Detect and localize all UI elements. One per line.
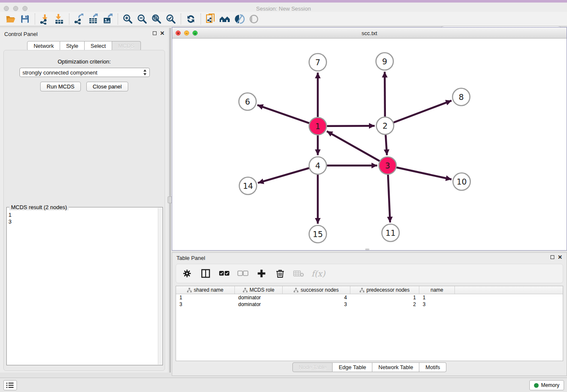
node-table[interactable]: shared nameMCDS rolesuccessor nodesprede… [176,286,563,361]
edge-3-1[interactable] [327,131,380,161]
hierarchy-icon [360,288,364,293]
mcds-result-values[interactable]: 13 [8,212,157,364]
edge-1-6[interactable] [257,105,309,123]
deselect-all-icon[interactable] [237,268,249,279]
memory-button[interactable]: Memory [529,380,564,390]
tab-edge-table[interactable]: Edge Table [333,362,372,372]
tab-network[interactable]: Network [27,41,60,51]
memory-status-icon [534,383,539,388]
function-builder-icon[interactable]: f(x) [311,269,325,278]
list-icon [6,382,14,388]
table-cell[interactable]: 1 [419,294,455,301]
column-header-successor-nodes[interactable]: successor nodes [283,286,350,294]
export-table-icon[interactable] [86,13,101,25]
criterion-select[interactable]: strongly connected component [19,68,150,77]
table-cell[interactable]: 1 [350,294,419,301]
table-row[interactable]: 3dominator323 [176,301,563,308]
edge-3-11[interactable] [388,174,390,222]
column-header-shared-name[interactable]: shared name [176,286,235,294]
network-graph[interactable]: 7968124314101511 [172,39,567,250]
birds-eye-view-icon[interactable] [247,13,261,25]
network-canvas[interactable]: 7968124314101511 [172,39,567,250]
mcds-tab-content: Optimization criterion: strongly connect… [3,50,165,371]
open-session-icon[interactable] [3,13,18,25]
app-titlebar: Session: New Session [0,3,567,12]
mcds-result-box: MCDS result (2 nodes) 13 [6,207,163,365]
node-label-8: 8 [459,92,464,102]
table-row[interactable]: 1dominator411 [176,294,563,301]
task-history-button[interactable] [3,380,17,390]
select-all-icon[interactable] [218,268,230,279]
import-table-icon[interactable] [52,13,66,25]
column-header-predecessor-nodes[interactable]: predecessor nodes [350,286,419,294]
export-image-icon[interactable] [101,13,115,25]
node-label-11: 11 [385,228,396,237]
edge-2-8[interactable] [394,101,451,123]
zoom-selected-icon[interactable] [164,13,178,25]
create-column-icon[interactable] [256,268,267,279]
tab-select[interactable]: Select [85,41,112,51]
node-label-2: 2 [383,121,388,130]
edge-1-2[interactable] [327,126,374,126]
toolbar-separator [181,14,181,25]
node-label-6: 6 [245,97,250,106]
optimization-label: Optimization criterion: [4,58,165,65]
network-window: ✕ − ＋ scc.txt 7968124314101511 [172,27,567,251]
tab-style[interactable]: Style [60,41,85,51]
table-cell[interactable]: 4 [283,294,350,301]
app-title: Session: New Session [0,6,567,12]
status-bar: Memory [0,378,567,392]
window-resize-handle[interactable] [365,248,369,250]
table-cell[interactable]: dominator [235,294,283,301]
table-cell[interactable]: dominator [235,301,283,308]
float-table-panel-icon[interactable] [550,255,554,259]
apply-layout-icon[interactable] [184,13,198,25]
clone-network-icon[interactable] [204,13,218,25]
toolbar-separator [69,14,69,25]
float-panel-icon[interactable] [153,31,157,35]
table-cell[interactable]: 1 [176,294,235,301]
run-mcds-button[interactable]: Run MCDS [40,82,81,91]
table-cell[interactable]: 3 [176,301,235,308]
first-neighbors-icon[interactable] [218,13,232,25]
edge-2-3[interactable] [385,135,387,155]
edge-3-10[interactable] [396,168,451,179]
table-panel: Table Panel ✕ f(x) shared nameMCDS roles… [172,252,567,376]
result-value: 3 [8,218,157,225]
table-panel-title: Table Panel [176,255,205,261]
save-session-icon[interactable] [18,13,32,25]
node-label-4: 4 [315,161,320,170]
export-network-icon[interactable] [72,13,86,25]
network-titlebar[interactable]: ✕ − ＋ scc.txt [172,28,567,39]
show-columns-icon[interactable] [200,268,212,279]
control-panel-title: Control Panel [4,31,38,37]
close-panel-icon[interactable]: ✕ [160,31,165,36]
tab-mcds[interactable]: MCDS [112,41,140,51]
hierarchy-icon [187,288,192,293]
tab-network-table[interactable]: Network Table [372,362,419,372]
table-settings-icon[interactable] [181,268,193,279]
node-label-14: 14 [243,181,253,190]
column-header-MCDS-role[interactable]: MCDS role [235,286,283,294]
memory-label: Memory [541,382,559,388]
close-panel-button[interactable]: Close panel [86,82,128,91]
zoom-fit-icon[interactable] [149,13,164,25]
delete-table-icon[interactable] [293,268,305,279]
table-cell[interactable]: 3 [419,301,455,308]
node-label-9: 9 [382,57,387,66]
zoom-out-icon[interactable] [135,13,149,25]
table-cell[interactable]: 3 [283,301,350,308]
tab-motifs[interactable]: Motifs [419,362,446,372]
result-scrollbar[interactable] [158,208,162,364]
graphics-details-icon[interactable] [232,13,247,25]
import-network-icon[interactable] [38,13,52,25]
table-cell[interactable]: 2 [350,301,419,308]
column-header-name[interactable]: name [419,286,455,294]
close-table-panel-icon[interactable]: ✕ [558,255,562,259]
delete-column-icon[interactable] [274,268,286,279]
zoom-in-icon[interactable] [121,13,135,25]
edge-4-14[interactable] [258,168,309,183]
edge-2-9[interactable] [385,72,385,116]
tab-node-table[interactable]: Node Table [292,362,333,372]
control-panel: Control Panel ✕ NetworkStyleSelectMCDS O… [0,28,168,373]
